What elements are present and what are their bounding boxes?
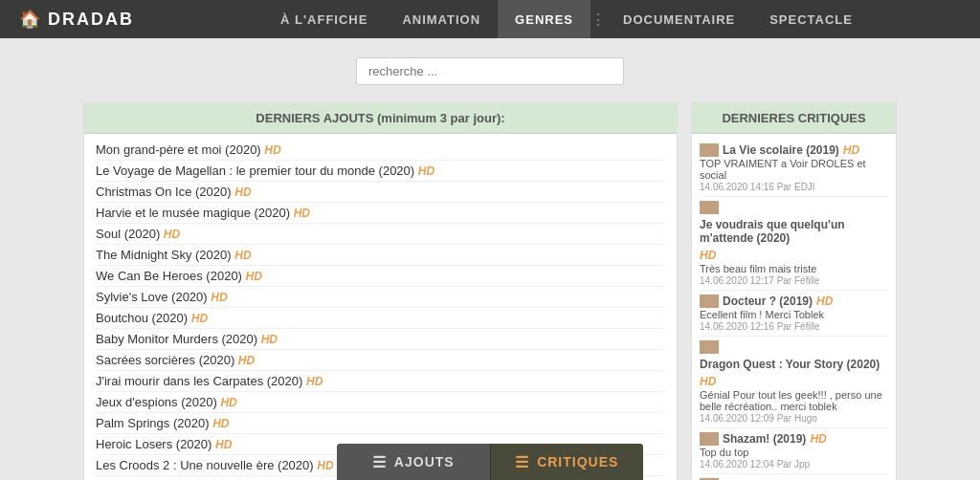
critique-movie-name: La Vie scolaire (2019) (723, 143, 839, 157)
ajouts-label: AJOUTS (394, 454, 455, 469)
movie-title: Baby Monitor Murders (2020) (96, 332, 261, 346)
critiques-list: La Vie scolaire (2019) HDTOP VRAIMENT a … (692, 134, 896, 480)
hd-badge: HD (220, 396, 236, 409)
list-item[interactable]: Sylvie's Love (2020) HD (96, 287, 665, 308)
hd-badge: HD (191, 312, 208, 325)
movie-title: Les Croods 2 : Une nouvelle ère (2020) (96, 458, 317, 472)
critique-thumbnail (700, 295, 719, 308)
critique-thumbnail (700, 340, 719, 354)
hd-badge: HD (215, 438, 232, 451)
bottom-bar: ☰ AJOUTS ☰ CRITIQUES (337, 444, 643, 480)
critique-movie-name: Je voudrais que quelqu'un m'attende (202… (700, 218, 888, 245)
nav-item-documentaire[interactable]: DOCUMENTAIRE (606, 0, 752, 38)
hd-badge: HD (700, 249, 716, 262)
movie-title: The Midnight Sky (2020) (96, 248, 234, 262)
nav-item-spectacle[interactable]: SPECTACLE (752, 0, 870, 38)
home-icon: 🏠 (19, 9, 40, 30)
critique-meta: 14.06.2020 12:16 Par Féfille (700, 321, 888, 332)
hd-badge: HD (306, 375, 323, 388)
main-nav: À L'AFFICHEANIMATIONGENRES⋮DOCUMENTAIRES… (172, 0, 961, 38)
list-item[interactable]: Je voudrais que quelqu'un m'attende (202… (700, 197, 888, 291)
list-item[interactable]: Mon grand-père et moi (2020) HD (96, 140, 665, 161)
movie-title: Mon grand-père et moi (2020) (96, 142, 264, 157)
hd-badge: HD (317, 459, 333, 472)
list-item[interactable]: Boutchou (2020) HD (96, 308, 665, 329)
nav-item-animation[interactable]: ANIMATION (385, 0, 498, 38)
list-item[interactable]: Christmas On Ice (2020) HD (96, 182, 665, 203)
list-item[interactable]: Jeux d'espions (2020) HD (96, 392, 665, 413)
critique-title: Dragon Quest : Your Story (2020) HD (700, 340, 888, 388)
critique-meta: 14.06.2020 12:09 Par Hugo (700, 413, 888, 424)
critique-thumbnail (700, 432, 719, 446)
content-wrapper: DERNIERS AJOUTS (minimum 3 par jour): Mo… (74, 38, 906, 480)
critiques-button[interactable]: ☰ CRITIQUES (491, 444, 644, 480)
list-icon: ☰ (372, 453, 387, 471)
movie-title: Sylvie's Love (2020) (96, 290, 211, 304)
movies-list: Mon grand-père et moi (2020) HDLe Voyage… (84, 134, 677, 480)
list-item[interactable]: Soul (2020) HD (96, 224, 665, 245)
critique-movie-name: Dragon Quest : Your Story (2020) (700, 358, 880, 371)
left-column: DERNIERS AJOUTS (minimum 3 par jour): Mo… (83, 102, 678, 480)
hd-badge: HD (843, 143, 859, 157)
main-columns: DERNIERS AJOUTS (minimum 3 par jour): Mo… (83, 102, 897, 480)
derniers-ajouts-header: DERNIERS AJOUTS (minimum 3 par jour): (84, 103, 677, 134)
list-item[interactable]: Baby Monitor Murders (2020) HD (96, 329, 665, 350)
dernieres-critiques-header: DERNIERES CRITIQUES (692, 103, 896, 134)
list-item[interactable]: We Can Be Heroes (2020) HD (96, 266, 665, 287)
movie-title: Palm Springs (2020) (96, 416, 212, 430)
hd-badge: HD (238, 354, 255, 367)
list-item[interactable]: Le Voyage de Magellan : le premier tour … (96, 161, 665, 182)
hd-badge: HD (234, 185, 251, 199)
movie-title: We Can Be Heroes (2020) (96, 269, 246, 283)
critique-thumbnail (700, 143, 719, 157)
movie-title: Le Voyage de Magellan : le premier tour … (96, 164, 418, 178)
nav-item--laffiche[interactable]: À L'AFFICHE (263, 0, 385, 38)
critique-meta: 14.06.2020 12:04 Par Jpp (700, 459, 888, 469)
critique-movie-name: Shazam! (2019) (723, 432, 806, 446)
header: 🏠 DRADAB À L'AFFICHEANIMATIONGENRES⋮DOCU… (0, 0, 980, 38)
hd-badge: HD (418, 164, 434, 178)
critiques-label: CRITIQUES (537, 454, 618, 469)
hd-badge: HD (816, 295, 833, 308)
critique-meta: 14.06.2020 12:17 Par Féfille (700, 275, 888, 286)
critique-title: Je voudrais que quelqu'un m'attende (202… (700, 201, 888, 262)
hd-badge: HD (212, 417, 229, 430)
list-item[interactable]: La Vie scolaire (2019) HDTOP VRAIMENT a … (700, 140, 888, 197)
logo-text: DRADAB (48, 10, 134, 30)
list-item[interactable]: Docteur ? (2019) HDEcellent film ! Merci… (700, 291, 888, 337)
movie-title: Boutchou (2020) (96, 311, 191, 325)
critique-thumbnail (700, 201, 719, 214)
movie-title: Christmas On Ice (2020) (96, 185, 234, 199)
critique-movie-name: Docteur ? (2019) (723, 295, 813, 308)
list-item[interactable]: The Midnight Sky (2020) HD (96, 245, 665, 266)
right-column: DERNIERES CRITIQUES La Vie scolaire (201… (691, 102, 897, 480)
list-item[interactable]: Sacrées sorcières (2020) HD (96, 350, 665, 371)
critique-title: La Vie scolaire (2019) HD (700, 143, 888, 157)
hd-badge: HD (261, 333, 278, 346)
movie-title: Sacrées sorcières (2020) (96, 353, 238, 367)
movie-title: Harvie et le musée magique (2020) (96, 206, 294, 220)
critique-icon: ☰ (515, 453, 529, 471)
hd-badge: HD (211, 291, 227, 304)
movie-title: J'irai mourir dans les Carpates (2020) (96, 374, 306, 388)
list-item[interactable]: Harvie et le musée magique (2020) HD (96, 203, 665, 224)
search-input[interactable] (356, 57, 624, 85)
nav-item-genres[interactable]: GENRES (498, 0, 590, 38)
list-item[interactable]: J'irai mourir dans les Carpates (2020) H… (96, 371, 665, 392)
list-item[interactable]: Dragon Quest : Your Story (2020) HDGénia… (700, 337, 888, 428)
hd-badge: HD (164, 228, 180, 241)
list-item[interactable]: Shazam! (2019) HDTop du top14.06.2020 12… (700, 428, 888, 474)
critique-comment: Top du top (700, 447, 888, 458)
list-item[interactable]: Blood Quantum (2020) HDTrès bon film (700, 474, 888, 480)
critique-comment: Génial Pour tout les geek!!! , perso une… (700, 389, 888, 412)
ajouts-button[interactable]: ☰ AJOUTS (337, 444, 491, 480)
nav-separator: ⋮ (590, 11, 606, 29)
hd-badge: HD (264, 143, 280, 157)
hd-badge: HD (246, 270, 262, 283)
hd-badge: HD (234, 249, 251, 262)
critique-comment: Ecellent film ! Merci Toblek (700, 309, 888, 320)
list-item[interactable]: Palm Springs (2020) HD (96, 413, 665, 434)
critique-title: Shazam! (2019) HD (700, 432, 888, 446)
hd-badge: HD (294, 207, 310, 220)
logo-area: 🏠 DRADAB (19, 9, 134, 30)
